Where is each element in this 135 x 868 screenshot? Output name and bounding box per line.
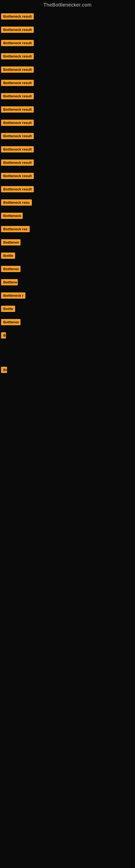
list-item: Bottleneck result [0, 78, 135, 91]
bottleneck-result-badge[interactable]: Bottleneck result [1, 66, 34, 73]
bottleneck-result-badge[interactable]: Bottleneck resu [1, 199, 32, 206]
list-item: Bottleneck result [0, 144, 135, 157]
bottleneck-result-badge[interactable]: Bottlenec [1, 319, 20, 325]
list-item: Bottleneck r [0, 290, 135, 304]
bottleneck-result-badge[interactable]: Bottleneck result [1, 13, 34, 20]
bottleneck-result-badge[interactable]: Bottle [1, 252, 15, 259]
bottleneck-result-badge[interactable]: B [1, 332, 6, 339]
list-item: Bottleneck result [0, 184, 135, 197]
bottleneck-result-badge[interactable]: Bottleneck result [1, 106, 34, 113]
bottleneck-result-badge[interactable]: Bottleneck result [1, 159, 34, 166]
list-item: Bottleneck result [0, 118, 135, 131]
site-title: TheBottlenecker.com [0, 0, 135, 11]
list-item: Bottleneck result [0, 38, 135, 51]
list-item: Bottleneck result [0, 131, 135, 144]
list-item: Bottleneck res [0, 224, 135, 237]
bottleneck-result-badge[interactable]: Bottleneck [1, 213, 23, 219]
bottleneck-result-badge[interactable]: Bottleneck result [1, 40, 34, 46]
bottleneck-result-badge[interactable]: Bottleneck result [1, 120, 34, 126]
list-item: Bottleneck [0, 211, 135, 224]
bottleneck-result-badge[interactable]: Bottle [1, 306, 15, 312]
bottleneck-result-badge[interactable]: Bottleneck result [1, 173, 34, 179]
list-item: Bo [0, 365, 135, 378]
bottleneck-result-badge[interactable]: Bottleneck result [1, 186, 34, 192]
list-item: Bottleneck resu [0, 197, 135, 211]
list-item: Bottleneck result [0, 170, 135, 184]
list-item: Bottle [0, 304, 135, 317]
list-item [0, 392, 135, 399]
list-item: Bottleneck result [0, 11, 135, 24]
bottleneck-result-badge[interactable]: Bottleneck result [1, 93, 34, 99]
list-item [0, 343, 135, 350]
list-item [0, 358, 135, 365]
bottleneck-result-badge[interactable]: Bottlenec [1, 266, 20, 272]
list-item: Bottleneck result [0, 64, 135, 78]
bottleneck-result-badge[interactable]: Bottleneck result [1, 146, 34, 152]
list-item: Bottlenec [0, 237, 135, 250]
list-item: Bottleneck result [0, 24, 135, 38]
list-item: Bottle [0, 250, 135, 264]
list-item: Bottlenec [0, 264, 135, 277]
list-item [0, 385, 135, 392]
list-item: Bottleneck result [0, 91, 135, 104]
list-item: Bottleneck result [0, 157, 135, 170]
bottleneck-result-badge[interactable]: Bottleneck res [1, 226, 30, 232]
list-item [0, 350, 135, 358]
list-item: Bottleneck result [0, 51, 135, 64]
list-item: Bottleneck result [0, 104, 135, 118]
bottleneck-result-badge[interactable]: Bottleneck result [1, 53, 34, 59]
bottleneck-result-badge[interactable]: Bottleneck result [1, 27, 34, 33]
list-item: Bottlenec [0, 317, 135, 330]
bottleneck-result-badge[interactable]: Bo [1, 367, 7, 373]
bottleneck-result-badge[interactable]: Bottlenec [1, 239, 20, 246]
list-item: Bottlene [0, 277, 135, 290]
bottleneck-result-badge[interactable]: Bottleneck r [1, 292, 26, 299]
bottleneck-result-badge[interactable]: Bottleneck result [1, 133, 34, 139]
bottleneck-result-badge[interactable]: Bottleneck result [1, 80, 34, 86]
bottleneck-result-badge[interactable]: Bottlene [1, 279, 18, 285]
list-item [0, 378, 135, 385]
list-item: B [0, 330, 135, 343]
